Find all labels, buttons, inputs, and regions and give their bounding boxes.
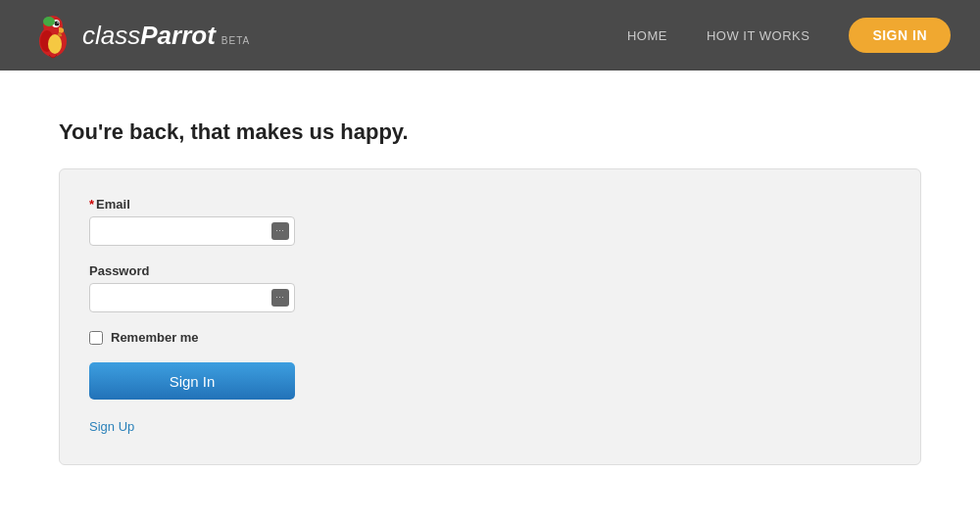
svg-point-6 [57,22,59,24]
remember-me-label: Remember me [111,330,199,345]
parrot-logo-icon [29,12,76,59]
svg-point-3 [48,34,62,54]
email-input[interactable] [89,216,295,246]
logo-class: class [82,21,140,51]
email-autofill-icon[interactable] [271,222,289,240]
nav-links: HOME HOW IT WORKS SIGN IN [627,18,951,53]
main-content: You're back, that makes us happy. *Email… [0,71,980,504]
remember-me-checkbox[interactable] [89,331,103,345]
signup-link[interactable]: Sign Up [89,419,134,434]
email-label: *Email [89,197,891,212]
svg-point-7 [43,17,55,26]
remember-me-row: Remember me [89,330,891,345]
password-group: Password [89,263,891,312]
email-group: *Email [89,197,891,246]
svg-point-5 [55,22,60,26]
password-label: Password [89,263,891,278]
password-autofill-icon[interactable] [271,289,289,307]
page-headline: You're back, that makes us happy. [59,119,921,145]
logo-text: classParrotBETA [82,21,250,51]
logo: classParrotBETA [29,12,627,59]
logo-beta: BETA [221,35,250,46]
navbar: classParrotBETA HOME HOW IT WORKS SIGN I… [0,0,980,71]
password-input[interactable] [89,283,295,312]
login-form-card: *Email Password Remember me Sign In Sign… [59,168,921,465]
email-input-wrapper [89,216,295,246]
email-required-star: * [89,197,94,212]
signin-button[interactable]: Sign In [89,362,295,400]
logo-parrot: Parrot [140,21,216,51]
nav-how-it-works-link[interactable]: HOW IT WORKS [707,28,809,43]
nav-signin-button[interactable]: SIGN IN [849,18,951,53]
nav-home-link[interactable]: HOME [627,28,667,43]
password-input-wrapper [89,283,295,312]
